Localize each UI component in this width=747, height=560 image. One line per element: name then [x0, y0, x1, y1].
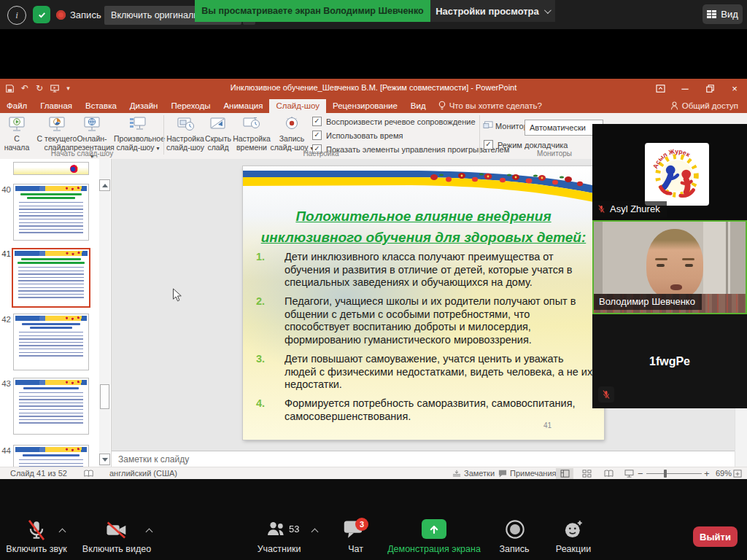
- muted-camera-icon[interactable]: [105, 519, 128, 541]
- share-screen-button[interactable]: [422, 519, 446, 539]
- security-shield-icon[interactable]: [33, 6, 50, 23]
- participants-label[interactable]: Участники: [241, 544, 317, 554]
- scroll-down-button[interactable]: [99, 454, 110, 465]
- tab-transitions[interactable]: Переходы: [164, 99, 217, 113]
- list-text: Формируется потребность саморазвития, са…: [285, 397, 576, 422]
- mouse-cursor: [172, 288, 182, 303]
- fit-slide-to-window-button[interactable]: [731, 468, 744, 479]
- thumb-title-line: [23, 454, 80, 456]
- hide-slide-button[interactable]: Скрыть слайд: [205, 114, 231, 155]
- checkbox-presenter-mode[interactable]: ✓ Режим докладчика: [484, 140, 568, 149]
- slide-thumbnail-42[interactable]: [13, 314, 89, 370]
- zoom-toolbar: Включить звук Включить видео 53 Участник…: [0, 479, 747, 560]
- zoom-percent[interactable]: 69%: [716, 469, 732, 478]
- scrollbar-thumb[interactable]: [100, 384, 109, 409]
- tell-me-box[interactable]: Что вы хотите сделать?: [433, 98, 548, 113]
- record-icon[interactable]: [505, 519, 525, 540]
- start-video-label[interactable]: Включить видео: [73, 544, 160, 554]
- close-button[interactable]: ×: [722, 79, 747, 98]
- video-options-caret[interactable]: [146, 529, 153, 536]
- spellcheck-book-icon[interactable]: [84, 470, 93, 478]
- ppt-status-bar: Слайд 41 из 52 английский (США) Заметки …: [0, 467, 747, 480]
- normal-view-button[interactable]: [556, 468, 573, 479]
- language-indicator[interactable]: английский (США): [109, 469, 177, 478]
- chat-label[interactable]: Чат: [332, 544, 379, 554]
- tab-design[interactable]: Дизайн: [123, 99, 165, 113]
- dropdown-arrow-icon: ▾: [157, 145, 160, 152]
- thumb-body-lines: [19, 202, 83, 236]
- thumbnail-number: 43: [0, 379, 11, 388]
- tab-view[interactable]: Вид: [404, 99, 433, 113]
- leave-meeting-button[interactable]: Выйти: [693, 526, 738, 547]
- slide-thumbnail-40[interactable]: [13, 184, 89, 241]
- record-label[interactable]: Запись: [485, 544, 543, 554]
- tab-home[interactable]: Главная: [34, 99, 79, 113]
- mic-options-caret[interactable]: [59, 529, 66, 536]
- ribbon-options-icon: [656, 85, 665, 93]
- restore-button[interactable]: [697, 79, 722, 98]
- reading-view-button[interactable]: [600, 468, 617, 479]
- view-settings-label: Настройки просмотра: [436, 6, 539, 17]
- zoom-slider-track[interactable]: [646, 473, 702, 474]
- view-settings-button[interactable]: Настройки просмотра: [430, 0, 555, 22]
- zoom-out-button[interactable]: −: [638, 468, 643, 479]
- tab-file[interactable]: Файл: [0, 99, 34, 113]
- monitor-dropdown[interactable]: Автоматически: [525, 120, 603, 136]
- checkbox-checked-icon: ✓: [484, 140, 493, 149]
- participants-caret[interactable]: [311, 529, 319, 536]
- share-arrow-up-icon: [428, 524, 440, 535]
- zoom-in-button[interactable]: +: [704, 468, 710, 479]
- notes-pane[interactable]: Заметки к слайду: [112, 451, 735, 467]
- thumb-body-lines: [19, 332, 83, 357]
- tab-insert[interactable]: Вставка: [79, 99, 123, 113]
- from-beginning-button[interactable]: С начала: [1, 114, 32, 155]
- setup-slideshow-button[interactable]: Настройка слайд-шоу: [166, 114, 205, 155]
- participant-tile-shevchenko-active[interactable]: Володимир Шевченко: [592, 220, 747, 314]
- notes-icon: [452, 470, 461, 478]
- muted-mic-icon: [597, 204, 605, 214]
- checkbox-play-narrations[interactable]: ✓ Воспроизвести речевое сопровождение: [312, 117, 476, 126]
- scroll-up-button[interactable]: [99, 179, 110, 191]
- slide-canvas[interactable]: Положительное влияние внедрения инклюзив…: [243, 166, 604, 440]
- tab-animations[interactable]: Анимация: [217, 99, 269, 113]
- reactions-icon[interactable]: [563, 519, 584, 540]
- participant-tile-asyl-zhurek[interactable]: Асыл Журек Asyl Zhurek: [592, 124, 747, 220]
- group-monitors: Мониторы: [511, 149, 598, 158]
- slide-thumbnail-39-partial[interactable]: [13, 162, 89, 175]
- zoom-slider-thumb[interactable]: [664, 470, 667, 478]
- participants-panel: Асыл Журек Asyl Zhurek: [592, 124, 747, 408]
- slide-header-ribbon-graphic: [243, 166, 604, 203]
- share-screen-label[interactable]: Демонстрация экрана: [376, 544, 492, 554]
- slideshow-view-button[interactable]: [620, 468, 638, 479]
- slide-thumbnail-43[interactable]: [13, 378, 89, 435]
- muted-mic-icon[interactable]: [26, 519, 47, 541]
- thumbnail-scrollbar[interactable]: [99, 159, 110, 467]
- comments-toggle[interactable]: Примечания: [510, 469, 557, 478]
- rehearse-timings-button[interactable]: Настройка времени: [232, 114, 271, 155]
- setup-slideshow-icon: [176, 116, 195, 133]
- checkbox-checked-icon: ✓: [312, 117, 322, 126]
- notes-toggle[interactable]: Заметки: [464, 469, 495, 478]
- checkbox-use-timings[interactable]: ✓ Использовать время: [312, 131, 403, 140]
- participant-name-chip: Asyl Zhurek: [592, 201, 667, 217]
- reactions-label[interactable]: Реакции: [543, 544, 603, 554]
- list-item: 3.Дети повышают самоуважение, учатся цен…: [243, 353, 604, 397]
- minimize-button[interactable]: ─: [673, 79, 697, 98]
- hide-slide-label: Скрыть слайд: [205, 135, 231, 152]
- tab-review[interactable]: Рецензирование: [326, 99, 404, 113]
- view-button[interactable]: Вид: [703, 4, 743, 24]
- slide-thumbnail-41-selected[interactable]: [12, 248, 90, 308]
- unmute-label[interactable]: Включить звук: [0, 544, 73, 554]
- ribbon-display-options-button[interactable]: [648, 79, 673, 98]
- slide-sorter-view-button[interactable]: [578, 468, 595, 479]
- group-setup: Настройка: [270, 149, 372, 158]
- slide-thumbnail-44[interactable]: [13, 445, 89, 467]
- checkbox-checked-icon: ✓: [312, 131, 322, 140]
- tab-slideshow[interactable]: Слайд-шоу: [269, 99, 326, 113]
- from-beginning-label: С начала: [1, 135, 32, 152]
- share-button[interactable]: Общий доступ: [665, 98, 744, 113]
- participant-tile-1fwgpe[interactable]: 1fwgPe: [592, 314, 747, 408]
- participants-icon[interactable]: [265, 519, 287, 540]
- meeting-info-icon[interactable]: i: [7, 6, 26, 25]
- person-icon: [670, 101, 678, 110]
